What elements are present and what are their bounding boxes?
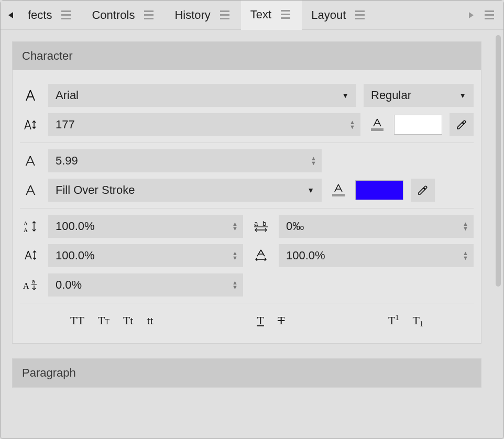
vertical-scale-icon (20, 249, 41, 262)
font-size-row: 177 ▲▼ (18, 110, 476, 139)
tab-layout[interactable]: Layout (302, 1, 376, 30)
titlecase-button[interactable]: Tt (123, 314, 134, 327)
stroke-width-input[interactable]: 5.99 ▲▼ (48, 149, 322, 172)
smallcaps-button[interactable]: TT (98, 314, 109, 327)
stroke-mode-dropdown[interactable]: Fill Over Stroke ▼ (48, 179, 322, 202)
stroke-color-picker-button[interactable] (411, 179, 435, 202)
eyedropper-icon (455, 118, 468, 131)
svg-marker-0 (8, 12, 13, 18)
spinner-arrows[interactable]: ▲▼ (227, 222, 243, 231)
tab-menu-icon[interactable] (59, 8, 73, 21)
spinner-arrows[interactable]: ▲▼ (227, 251, 243, 260)
tab-label: Text (250, 8, 271, 21)
spinner-arrows[interactable]: ▲▼ (457, 222, 474, 231)
scale-row: 100.0% ▲▼ 100.0% ▲▼ (18, 241, 476, 270)
svg-text:A: A (23, 281, 29, 290)
separator (20, 208, 474, 208)
tab-effects[interactable]: fects (18, 1, 82, 30)
spinner-arrows[interactable]: ▲▼ (227, 280, 243, 290)
uppercase-button[interactable]: TT (70, 314, 84, 327)
svg-marker-1 (469, 12, 474, 18)
tab-history[interactable]: History (165, 1, 240, 30)
subscript-button[interactable]: T1 (413, 314, 423, 327)
text-properties-window: fects Controls History Text Layout (0, 0, 504, 439)
content-area: Character Arial ▼ Regular ▼ (1, 30, 503, 438)
tracking-input[interactable]: 0‰ ▲▼ (279, 215, 474, 238)
paragraph-panel-header: Paragraph (13, 359, 481, 387)
panel-overflow-menu[interactable] (483, 8, 496, 21)
stroke-width-row: 5.99 ▲▼ (18, 146, 476, 175)
fill-color-picker-button[interactable] (450, 113, 474, 136)
lowercase-button[interactable]: tt (147, 314, 153, 327)
tab-label: Controls (92, 8, 135, 22)
tab-menu-icon[interactable] (279, 8, 292, 21)
font-size-input[interactable]: 177 ▲▼ (48, 113, 360, 136)
tab-menu-icon[interactable] (218, 8, 232, 21)
underline-button[interactable]: T (257, 314, 264, 327)
leading-input[interactable]: 100.0% ▲▼ (48, 215, 243, 238)
stroke-color-swatch[interactable] (355, 180, 403, 200)
stroke-mode-row: Fill Over Stroke ▼ (18, 175, 476, 205)
style-group: T T (257, 314, 284, 327)
eyedropper-icon (416, 183, 430, 197)
font-family-icon (20, 89, 41, 102)
tab-label: Layout (311, 8, 346, 22)
spinner-arrows[interactable]: ▲▼ (305, 156, 322, 166)
vertical-scrollbar[interactable] (493, 30, 503, 438)
separator (20, 303, 474, 303)
strikethrough-button[interactable]: T (278, 314, 284, 327)
tracking-icon: ab (250, 220, 271, 233)
svg-text:a: a (254, 220, 258, 227)
font-family-dropdown[interactable]: Arial ▼ (48, 84, 356, 107)
tab-menu-icon[interactable] (353, 8, 367, 21)
tab-label: History (174, 8, 210, 22)
horizontal-scale-value: 100.0% (279, 249, 457, 262)
baseline-shift-value: 0.0% (48, 278, 227, 292)
scroll-tabs-left-button[interactable] (4, 5, 18, 26)
tab-label: fects (28, 8, 52, 22)
separator (20, 142, 474, 143)
svg-text:b: b (262, 220, 266, 227)
baseline-shift-icon: Aa (20, 278, 41, 292)
tab-text[interactable]: Text (241, 1, 302, 30)
triangle-left-icon (8, 12, 14, 19)
triangle-right-icon (468, 12, 474, 19)
scrollbar-thumb[interactable] (496, 35, 501, 287)
horizontal-scale-icon (250, 249, 271, 262)
vertical-scale-input[interactable]: 100.0% ▲▼ (48, 244, 243, 267)
stroke-width-icon (20, 155, 41, 167)
fill-color-icon (368, 118, 387, 131)
character-panel-body: Arial ▼ Regular ▼ (13, 70, 481, 343)
tracking-value: 0‰ (279, 220, 457, 233)
baseline-shift-input[interactable]: 0.0% ▲▼ (48, 273, 243, 297)
svg-text:a: a (32, 279, 35, 284)
leading-value: 100.0% (48, 220, 227, 233)
stroke-color-icon (329, 184, 348, 196)
character-panel: Character Arial ▼ Regular ▼ (12, 41, 481, 344)
tab-bar: fects Controls History Text Layout (1, 1, 503, 30)
scroll-tabs-right-button[interactable] (464, 5, 478, 26)
script-group: T1 T1 (388, 314, 423, 327)
tab-controls[interactable]: Controls (82, 1, 165, 30)
character-panel-header: Character (13, 42, 481, 70)
svg-text:A: A (24, 227, 28, 233)
svg-text:A: A (24, 220, 28, 226)
spinner-arrows[interactable]: ▲▼ (344, 120, 360, 129)
paragraph-panel: Paragraph (12, 358, 481, 388)
stroke-mode-value: Fill Over Stroke (48, 183, 300, 197)
chevron-down-icon: ▼ (334, 91, 356, 100)
tab-menu-icon[interactable] (142, 8, 156, 21)
font-row: Arial ▼ Regular ▼ (18, 81, 476, 110)
baseline-shift-row: Aa 0.0% ▲▼ (18, 270, 476, 300)
font-size-icon (20, 118, 41, 131)
spinner-arrows[interactable]: ▲▼ (457, 251, 474, 260)
panels-container: Character Arial ▼ Regular ▼ (1, 30, 493, 438)
font-family-value: Arial (48, 89, 334, 102)
font-style-value: Regular (364, 89, 452, 102)
superscript-button[interactable]: T1 (388, 314, 399, 327)
fill-color-swatch[interactable] (394, 115, 442, 135)
font-style-dropdown[interactable]: Regular ▼ (364, 84, 474, 107)
chevron-down-icon: ▼ (452, 91, 474, 100)
case-group: TT TT Tt tt (70, 314, 154, 327)
horizontal-scale-input[interactable]: 100.0% ▲▼ (279, 244, 474, 267)
